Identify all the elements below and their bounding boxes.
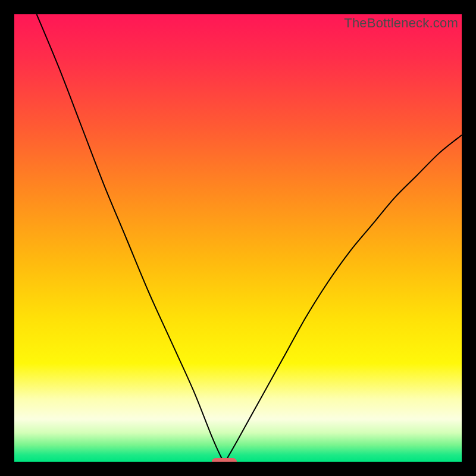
plot-area: TheBottleneck.com — [14, 14, 462, 462]
chart-frame: TheBottleneck.com — [6, 6, 470, 470]
optimum-marker — [212, 458, 237, 462]
bottleneck-curve — [14, 14, 462, 462]
